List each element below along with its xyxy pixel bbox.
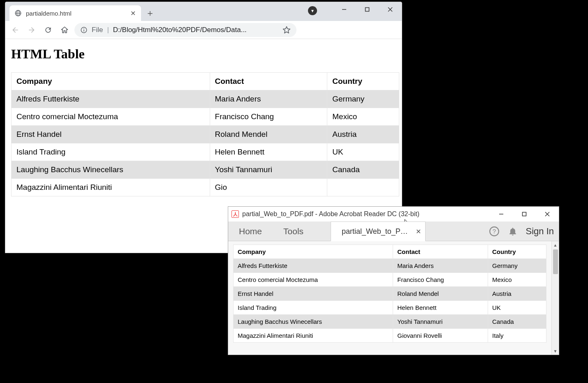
cell-company: Laughing Bacchus Winecellars — [12, 161, 210, 179]
minimize-button[interactable] — [490, 207, 513, 221]
page-heading: HTML Table — [11, 46, 396, 62]
pdf-document-view[interactable]: Company Contact Country Alfreds Futterki… — [228, 241, 551, 355]
acrobat-window-title: partial_Web_to_PDF.pdf - Adobe Acrobat R… — [242, 210, 419, 218]
cell-contact: Roland Mendel — [393, 287, 488, 301]
svg-rect-4 — [366, 8, 369, 12]
acrobat-window-controls — [490, 207, 559, 221]
cell-company: Magazzini Alimentari Riuniti — [234, 329, 393, 343]
cell-country: Italy — [488, 329, 546, 343]
extension-dropdown-icon[interactable]: ▼ — [308, 6, 317, 15]
cell-country: Mexico — [488, 273, 546, 287]
cell-contact: Maria Anders — [393, 259, 488, 273]
maximize-button[interactable] — [356, 2, 379, 17]
cell-country: Canada — [488, 315, 546, 329]
cell-country: Canada — [327, 161, 399, 179]
cell-company: Magazzini Alimentari Riuniti — [12, 179, 210, 196]
back-button[interactable] — [9, 23, 22, 37]
acrobat-home-tab[interactable]: Home — [228, 221, 273, 241]
pdf-file-icon: 人 — [231, 210, 239, 218]
col-contact: Contact — [393, 245, 488, 259]
cell-contact: Yoshi Tannamuri — [393, 315, 488, 329]
table-row: Laughing Bacchus Winecellars Yoshi Tanna… — [12, 161, 399, 179]
url-text: D:/Blog/Html%20to%20PDF/Demos/Data... — [113, 26, 278, 34]
scroll-thumb[interactable] — [553, 249, 558, 274]
col-company: Company — [234, 245, 393, 259]
acrobat-window: 人 partial_Web_to_PDF.pdf - Adobe Acrobat… — [228, 206, 559, 355]
col-country: Country — [488, 245, 546, 259]
tab-title: partialdemo.html — [26, 10, 125, 17]
table-row: Alfreds Futterkiste Maria Anders Germany — [12, 90, 399, 108]
new-tab-button[interactable]: ＋ — [141, 5, 159, 21]
cell-contact: Helen Bennett — [210, 143, 327, 161]
acrobat-tabs: Home Tools partial_Web_to_PD... ✕ ? Sign… — [228, 221, 559, 241]
table-row: Alfreds Futterkiste Maria Anders Germany — [234, 259, 546, 273]
table-row: Ernst Handel Roland Mendel Austria — [234, 287, 546, 301]
cell-company: Laughing Bacchus Winecellars — [234, 315, 393, 329]
close-tab-icon[interactable]: ✕ — [130, 10, 136, 16]
vertical-scrollbar[interactable]: ▲ ▼ — [551, 241, 559, 355]
cell-country — [327, 179, 399, 196]
cell-company: Centro comercial Moctezuma — [234, 273, 393, 287]
help-icon[interactable]: ? — [489, 226, 500, 237]
cell-country: Austria — [488, 287, 546, 301]
forward-button[interactable] — [25, 23, 38, 37]
bell-icon[interactable] — [508, 226, 518, 236]
col-contact: Contact — [210, 73, 327, 90]
reload-button[interactable] — [42, 23, 55, 37]
table-row: Magazzini Alimentari Riuniti Giovanni Ro… — [234, 329, 546, 343]
table-row: Centro comercial Moctezuma Francisco Cha… — [234, 273, 546, 287]
tab-strip: partialdemo.html ✕ ＋ ▼ — [5, 2, 402, 21]
acrobat-body: Company Contact Country Alfreds Futterki… — [228, 241, 559, 355]
col-company: Company — [12, 73, 210, 90]
close-window-button[interactable] — [379, 2, 402, 17]
cell-company: Alfreds Futterkiste — [234, 259, 393, 273]
scroll-up-icon[interactable]: ▲ — [552, 241, 559, 249]
maximize-button[interactable] — [513, 207, 536, 221]
signin-link[interactable]: Sign In — [526, 226, 554, 237]
close-window-button[interactable] — [536, 207, 559, 221]
cell-country: UK — [327, 143, 399, 161]
cell-country: Germany — [327, 90, 399, 108]
home-button[interactable] — [58, 23, 71, 37]
close-doc-icon[interactable]: ✕ — [416, 228, 421, 235]
cell-contact: Yoshi Tannamuri — [210, 161, 327, 179]
acrobat-titlebar: 人 partial_Web_to_PDF.pdf - Adobe Acrobat… — [228, 207, 559, 221]
cell-country: UK — [488, 301, 546, 315]
bookmark-star-icon[interactable] — [282, 26, 291, 34]
cell-country: Germany — [488, 259, 546, 273]
svg-rect-9 — [83, 30, 84, 32]
globe-icon — [14, 9, 22, 17]
cell-contact: Francisco Chang — [393, 273, 488, 287]
cell-country: Austria — [327, 126, 399, 143]
table-row: Island Trading Helen Bennett UK — [12, 143, 399, 161]
cell-contact: Francisco Chang — [210, 108, 327, 126]
acrobat-document-tab[interactable]: partial_Web_to_PD... ✕ — [331, 221, 426, 241]
table-row: Magazzini Alimentari Riuniti Gio — [12, 179, 399, 196]
col-country: Country — [327, 73, 399, 90]
page-content: HTML Table Company Contact Country Alfre… — [5, 39, 402, 204]
pdf-table: Company Contact Country Alfreds Futterki… — [233, 245, 546, 343]
cell-contact: Maria Anders — [210, 90, 327, 108]
cell-country: Mexico — [327, 108, 399, 126]
minimize-button[interactable] — [333, 2, 356, 17]
doc-tab-title: partial_Web_to_PD... — [342, 227, 412, 236]
cell-company: Island Trading — [234, 301, 393, 315]
scroll-down-icon[interactable]: ▼ — [552, 347, 559, 355]
cell-company: Centro comercial Moctezuma — [12, 108, 210, 126]
html-table: Company Contact Country Alfreds Futterki… — [11, 72, 399, 196]
table-row: Centro comercial Moctezuma Francisco Cha… — [12, 108, 399, 126]
url-separator: | — [107, 26, 109, 34]
cell-contact: Roland Mendel — [210, 126, 327, 143]
svg-rect-11 — [523, 212, 526, 216]
address-bar[interactable]: File | D:/Blog/Html%20to%20PDF/Demos/Dat… — [74, 23, 296, 37]
cell-contact: Helen Bennett — [393, 301, 488, 315]
cell-company: Ernst Handel — [12, 126, 210, 143]
acrobat-tools-tab[interactable]: Tools — [273, 221, 314, 241]
browser-tab[interactable]: partialdemo.html ✕ — [9, 5, 141, 21]
table-header-row: Company Contact Country — [234, 245, 546, 259]
browser-toolbar: File | D:/Blog/Html%20to%20PDF/Demos/Dat… — [5, 21, 402, 39]
cell-company: Island Trading — [12, 143, 210, 161]
window-controls — [333, 2, 402, 17]
cell-company: Alfreds Futterkiste — [12, 90, 210, 108]
info-icon — [80, 26, 88, 34]
